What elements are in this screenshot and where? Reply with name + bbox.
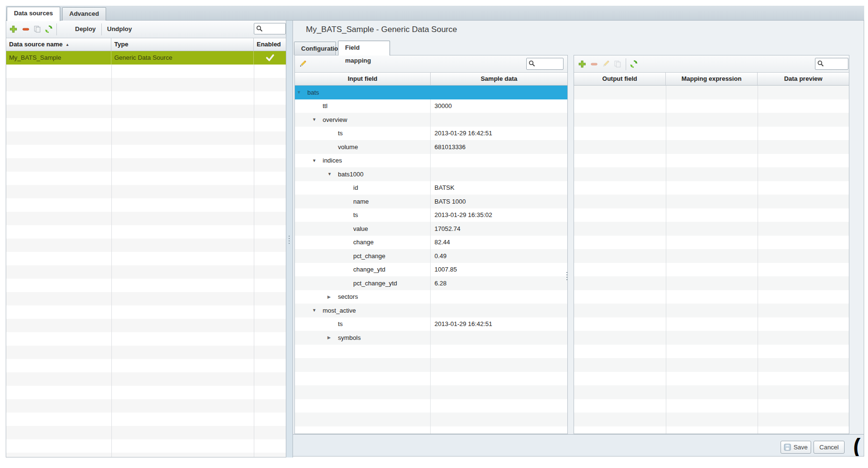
tab-field-mapping[interactable]: Field mapping [338, 41, 390, 55]
data-source-row-selected[interactable]: My_BATS_Sample Generic Data Source [6, 51, 286, 65]
tree-node-label: volume [338, 143, 358, 151]
page-title: My_BATS_Sample - Generic Data Source [306, 25, 457, 34]
tree-row-pct_change_ytd[interactable]: pct_change_ytd6.28 [295, 276, 567, 290]
copy-icon[interactable] [33, 25, 42, 33]
tree-row-ts[interactable]: ts2013-01-29 16:35:02 [295, 208, 567, 222]
empty-table-row [574, 345, 849, 359]
remove-icon[interactable] [22, 25, 30, 33]
empty-table-row [6, 292, 286, 305]
empty-table-row [574, 399, 849, 413]
save-button-label: Save [793, 444, 808, 451]
tree-row-bats[interactable]: ▼bats [295, 86, 567, 99]
tree-row-change_ytd[interactable]: change_ytd1007.85 [295, 263, 567, 277]
sample-data-cell [431, 426, 567, 434]
empty-table-row [574, 249, 849, 263]
tree-row-ts[interactable]: ts2013-01-29 16:42:51 [295, 317, 567, 331]
data-sources-search-input[interactable] [264, 24, 284, 33]
refresh-icon[interactable] [44, 25, 53, 33]
refresh-icon[interactable] [629, 60, 638, 68]
tree-row-ts[interactable]: ts2013-01-29 16:42:51 [295, 127, 567, 141]
tree-node-label: id [353, 184, 358, 191]
tree-row-symbols[interactable]: ▶symbols [295, 331, 567, 345]
remove-icon[interactable] [590, 60, 598, 68]
empty-table-row [6, 239, 286, 252]
tab-advanced[interactable]: Advanced [62, 7, 106, 21]
output-fields-toolbar [574, 55, 849, 73]
column-header-input-field: Input field [295, 73, 431, 85]
column-header-type[interactable]: Type [111, 38, 254, 51]
tree-row-sectors[interactable]: ▶sectors [295, 290, 567, 304]
tree-row-volume[interactable]: volume681013336 [295, 140, 567, 154]
expand-arrow-icon[interactable]: ▼ [312, 308, 323, 313]
expand-arrow-icon[interactable]: ▼ [297, 90, 307, 95]
data-sources-empty-rows [6, 65, 286, 457]
sample-data-cell: 2013-01-29 16:42:51 [431, 127, 567, 141]
tab-configuration[interactable]: Configuration [294, 42, 336, 55]
column-label: Enabled [257, 41, 281, 48]
tree-row-ttl[interactable]: ttl30000 [295, 99, 567, 113]
undeploy-button[interactable]: Undploy [102, 21, 137, 38]
footer-bar: Save Cancel [293, 434, 864, 457]
tree-row-bats1000[interactable]: ▼bats1000 [295, 167, 567, 181]
column-header-enabled[interactable]: Enabled [254, 38, 286, 51]
sample-data-cell: BATSK [431, 181, 567, 195]
sample-data-cell: 681013336 [431, 140, 567, 154]
sample-data-cell [431, 399, 567, 413]
collapse-arrow-icon[interactable]: ▶ [327, 335, 338, 340]
empty-table-row [574, 413, 849, 426]
tree-row-change[interactable]: change82.44 [295, 236, 567, 250]
expand-arrow-icon[interactable]: ▼ [312, 158, 323, 163]
tree-row-name[interactable]: nameBATS 1000 [295, 195, 567, 208]
tree-row-pct_change[interactable]: pct_change0.49 [295, 249, 567, 263]
column-label: Data source name [9, 41, 63, 48]
tree-node-label: change [353, 239, 374, 246]
column-header-data-source-name[interactable]: Data source name▲ [6, 38, 111, 51]
column-header-output-field: Output field [574, 73, 666, 85]
expand-arrow-icon[interactable]: ▼ [327, 172, 338, 176]
tab-data-sources[interactable]: Data sources [7, 7, 60, 21]
save-button[interactable]: Save [781, 441, 811, 454]
edit-pencil-icon[interactable] [299, 60, 307, 68]
copy-icon[interactable] [613, 60, 622, 68]
empty-table-row [6, 185, 286, 198]
data-sources-searchbox [254, 23, 286, 34]
empty-table-row [295, 399, 567, 413]
tree-row-indices[interactable]: ▼indices [295, 154, 567, 168]
input-fields-search-input[interactable] [536, 59, 562, 69]
add-icon[interactable] [578, 60, 586, 68]
tree-node-label: pct_change_ytd [353, 280, 397, 287]
search-icon [817, 60, 825, 68]
tree-row-id[interactable]: idBATSK [295, 181, 567, 195]
panel-splitter[interactable] [286, 21, 293, 457]
splitter-grip-icon[interactable] [288, 234, 290, 244]
empty-table-row [295, 385, 567, 399]
sample-data-cell [431, 413, 567, 426]
empty-table-row [6, 198, 286, 212]
data-sources-table-header: Data source name▲ Type Enabled [6, 38, 286, 51]
empty-table-row [6, 158, 286, 172]
cancel-button[interactable]: Cancel [814, 441, 845, 454]
tree-row-most_active[interactable]: ▼most_active [295, 304, 567, 317]
empty-table-row [574, 276, 849, 290]
empty-table-row [574, 181, 849, 195]
expand-arrow-icon[interactable]: ▼ [312, 117, 323, 122]
empty-table-row [6, 305, 286, 319]
collapse-arrow-icon[interactable]: ▶ [327, 294, 338, 299]
empty-table-row [6, 91, 286, 105]
output-fields-search-input[interactable] [825, 59, 846, 69]
empty-table-row [6, 413, 286, 426]
tree-node-label: overview [323, 116, 347, 123]
splitter-grip-icon[interactable] [565, 271, 568, 284]
add-icon[interactable] [9, 25, 18, 33]
sample-data-cell [431, 358, 567, 372]
input-fields-searchbox [526, 58, 564, 70]
tree-row-value[interactable]: value17052.74 [295, 222, 567, 236]
deploy-button[interactable]: Deploy [70, 21, 100, 38]
input-fields-toolbar [295, 55, 567, 73]
edit-pencil-icon[interactable] [602, 60, 610, 68]
empty-table-row [574, 358, 849, 372]
empty-table-row [6, 212, 286, 225]
tree-row-overview[interactable]: ▼overview [295, 113, 567, 127]
empty-table-row [6, 78, 286, 91]
tab-field-mapping-label: Field mapping [345, 44, 371, 64]
